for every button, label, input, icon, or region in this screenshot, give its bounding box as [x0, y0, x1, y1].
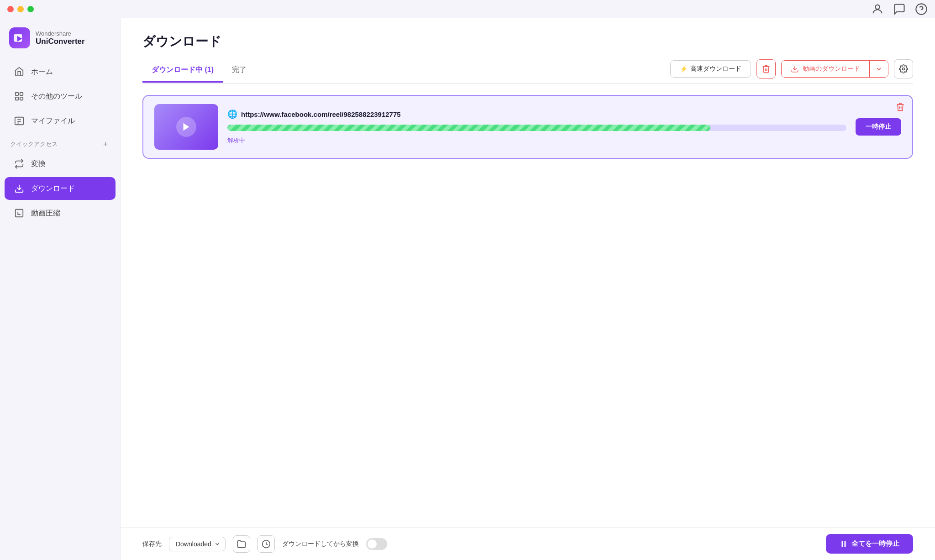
app-layout: Wondershare UniConverter ホーム その他のツール	[0, 18, 935, 560]
pause-button[interactable]: 一時停止	[856, 118, 901, 136]
chevron-down-icon	[875, 65, 882, 73]
chat-icon[interactable]	[893, 3, 906, 16]
svg-rect-7	[16, 97, 18, 100]
trash-icon	[762, 64, 771, 73]
folder-icon	[237, 539, 246, 549]
dropdown-chevron-icon	[214, 541, 221, 547]
download-icon	[14, 183, 25, 194]
save-location-value: Downloaded	[176, 540, 211, 548]
card-delete-button[interactable]	[896, 102, 905, 114]
home-icon	[14, 66, 25, 77]
save-location-label: 保存先	[142, 540, 162, 548]
sidebar: Wondershare UniConverter ホーム その他のツール	[0, 18, 121, 560]
help-icon[interactable]	[915, 3, 928, 16]
card-trash-icon	[896, 102, 905, 111]
lightning-icon: ⚡	[680, 65, 688, 73]
logo-text: Wondershare UniConverter	[36, 30, 85, 46]
svg-rect-5	[16, 93, 18, 95]
convert-after-toggle[interactable]	[366, 538, 387, 550]
fast-download-label: 高速ダウンロード	[690, 65, 741, 73]
logo-brand: Wondershare	[36, 30, 85, 37]
delete-button[interactable]	[756, 59, 776, 79]
svg-point-16	[903, 68, 905, 70]
svg-point-0	[875, 5, 879, 9]
card-url: 🌐 https://www.facebook.com/reel/98258822…	[227, 109, 846, 119]
sidebar-item-home[interactable]: ホーム	[5, 60, 116, 83]
home-label: ホーム	[31, 67, 53, 77]
convert-icon	[14, 158, 25, 169]
logo-name: UniConverter	[36, 37, 85, 46]
titlebar-icons	[871, 3, 928, 16]
video-download-button-group: 動画のダウンロード	[781, 60, 888, 78]
convert-label: 変換	[31, 159, 46, 169]
footer-bar: 保存先 Downloaded	[121, 527, 935, 560]
download-status: 解析中	[227, 136, 846, 145]
sidebar-item-download[interactable]: ダウンロード	[5, 177, 116, 200]
play-icon	[176, 117, 196, 137]
sidebar-item-convert[interactable]: 変換	[5, 152, 116, 175]
toolbar: ⚡ 高速ダウンロード	[670, 59, 913, 83]
files-icon	[14, 115, 25, 126]
content-header: ダウンロード ダウンロード中 (1) 完了 ⚡ 高速ダウンロード	[121, 18, 935, 84]
tab-downloading[interactable]: ダウンロード中 (1)	[142, 61, 223, 83]
video-download-label: 動画のダウンロード	[803, 65, 860, 73]
folder-button[interactable]	[233, 535, 250, 553]
history-button[interactable]	[257, 535, 275, 553]
svg-marker-17	[184, 123, 189, 131]
titlebar	[0, 0, 935, 18]
app-logo	[9, 27, 30, 48]
settings-button[interactable]	[894, 59, 913, 79]
download-label: ダウンロード	[31, 184, 75, 194]
user-icon[interactable]	[871, 3, 884, 16]
clock-icon	[262, 539, 271, 549]
svg-rect-6	[20, 93, 23, 95]
tab-completed[interactable]: 完了	[223, 61, 256, 83]
page-title: ダウンロード	[142, 33, 913, 50]
quick-access-label: クイックアクセス	[10, 140, 58, 148]
save-location-select[interactable]: Downloaded	[169, 537, 226, 551]
main-content: ダウンロード ダウンロード中 (1) 完了 ⚡ 高速ダウンロード	[121, 18, 935, 560]
compress-icon	[14, 208, 25, 219]
svg-rect-19	[842, 541, 843, 547]
sidebar-item-my-files[interactable]: マイファイル	[5, 110, 116, 132]
window-controls	[7, 6, 34, 12]
content-body: 🌐 https://www.facebook.com/reel/98258822…	[121, 84, 935, 527]
my-files-label: マイファイル	[31, 116, 75, 126]
convert-after-label: ダウンロードしてから変換	[282, 540, 359, 548]
gear-icon	[899, 64, 908, 73]
tabs-row: ダウンロード中 (1) 完了 ⚡ 高速ダウンロード	[142, 59, 913, 84]
video-download-dropdown-button[interactable]	[870, 61, 888, 77]
sidebar-item-compress[interactable]: 動画圧縮	[5, 202, 116, 225]
card-thumbnail	[154, 104, 218, 150]
pause-all-label: 全てを一時停止	[851, 539, 899, 548]
svg-rect-14	[16, 209, 23, 217]
pause-icon	[840, 540, 848, 548]
quick-access-add-button[interactable]: +	[101, 140, 110, 149]
minimize-button[interactable]	[17, 6, 24, 12]
card-info: 🌐 https://www.facebook.com/reel/98258822…	[227, 109, 846, 145]
maximize-button[interactable]	[27, 6, 34, 12]
footer-left: 保存先 Downloaded	[142, 535, 387, 553]
download-arrow-icon	[791, 65, 799, 73]
svg-point-1	[916, 4, 926, 14]
url-text: https://www.facebook.com/reel/9825882239…	[241, 110, 401, 118]
svg-rect-20	[845, 541, 846, 547]
progress-bar	[227, 125, 846, 131]
pause-all-button[interactable]: 全てを一時停止	[826, 534, 913, 554]
fast-download-button[interactable]: ⚡ 高速ダウンロード	[670, 60, 751, 78]
quick-access-header: クイックアクセス +	[0, 133, 120, 152]
tools-icon	[14, 91, 25, 102]
other-tools-label: その他のツール	[31, 92, 82, 101]
logo-area: Wondershare UniConverter	[0, 24, 120, 59]
globe-icon: 🌐	[227, 109, 237, 119]
tabs-left: ダウンロード中 (1) 完了	[142, 61, 256, 82]
sidebar-item-other-tools[interactable]: その他のツール	[5, 85, 116, 108]
compress-label: 動画圧縮	[31, 209, 60, 218]
svg-rect-8	[20, 97, 23, 100]
close-button[interactable]	[7, 6, 14, 12]
download-card: 🌐 https://www.facebook.com/reel/98258822…	[142, 95, 913, 159]
progress-fill	[227, 125, 710, 131]
video-download-main-button[interactable]: 動画のダウンロード	[782, 61, 870, 77]
